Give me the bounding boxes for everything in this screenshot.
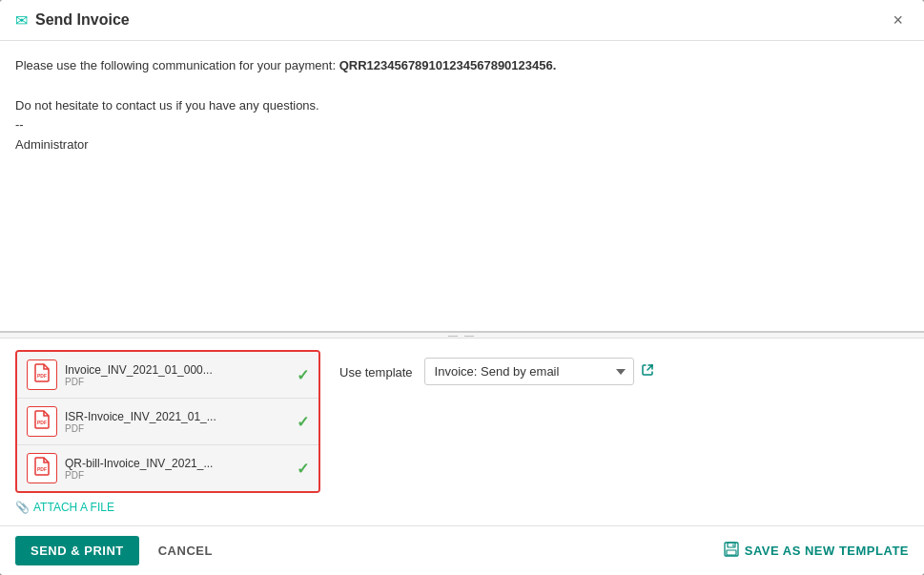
envelope-icon: ✉ (15, 11, 28, 30)
save-template-label: SAVE AS NEW TEMPLATE (745, 544, 909, 558)
modal-header: ✉ Send Invoice × (0, 0, 924, 41)
template-area: Use template Invoice: Send by email (339, 350, 909, 514)
paperclip-icon: 📎 (15, 501, 30, 514)
attachment-type: PDF (65, 423, 289, 434)
svg-rect-4 (728, 543, 735, 547)
pdf-icon: PDF (33, 363, 51, 386)
modal-title: Send Invoice (35, 11, 130, 29)
email-content-area[interactable]: Please use the following communication f… (0, 41, 924, 333)
attachment-item[interactable]: PDF QR-bill-Invoice_INV_2021_... PDF ✓ (17, 445, 318, 491)
email-line-2: Do not hesitate to contact us if you hav… (15, 96, 909, 116)
attachment-info: QR-bill-Invoice_INV_2021_... PDF (65, 457, 289, 481)
footer-left: SEND & PRINT CANCEL (15, 536, 224, 565)
attachment-name: Invoice_INV_2021_01_000... (65, 363, 289, 377)
modal-header-left: ✉ Send Invoice (15, 11, 130, 30)
bottom-section: PDF Invoice_INV_2021_01_000... PDF ✓ (0, 339, 924, 525)
attachment-check-icon: ✓ (297, 460, 309, 478)
modal-footer: SEND & PRINT CANCEL SAVE AS NEW TEMPLATE (0, 525, 924, 575)
attachment-info: Invoice_INV_2021_01_000... PDF (65, 363, 289, 387)
pdf-icon: PDF (33, 457, 51, 480)
modal-body: Please use the following communication f… (0, 41, 924, 525)
save-icon (724, 542, 739, 560)
cancel-button[interactable]: CANCEL (147, 536, 224, 565)
template-external-link[interactable] (640, 362, 655, 381)
attachments-area: PDF Invoice_INV_2021_01_000... PDF ✓ (15, 350, 320, 514)
svg-text:PDF: PDF (37, 373, 47, 379)
svg-text:PDF: PDF (37, 420, 47, 425)
close-button[interactable]: × (887, 10, 909, 31)
attachments-list: PDF Invoice_INV_2021_01_000... PDF ✓ (15, 350, 320, 493)
pdf-icon-wrapper: PDF (27, 406, 57, 437)
email-line-4: Administrator (15, 135, 909, 155)
svg-text:PDF: PDF (37, 466, 47, 472)
template-select-wrapper: Invoice: Send by email (424, 358, 655, 385)
attachment-info: ISR-Invoice_INV_2021_01_... PDF (65, 410, 289, 434)
attachment-type: PDF (65, 377, 289, 387)
attachment-type: PDF (65, 470, 289, 481)
send-invoice-modal: ✉ Send Invoice × Please use the followin… (0, 0, 924, 575)
pdf-icon: PDF (33, 410, 51, 433)
save-template-button[interactable]: SAVE AS NEW TEMPLATE (724, 542, 909, 560)
email-line-1: Please use the following communication f… (15, 56, 909, 76)
attachment-item[interactable]: PDF Invoice_INV_2021_01_000... PDF ✓ (17, 352, 318, 399)
template-label: Use template (339, 358, 413, 380)
qr-reference: QRR123456789101234567890123456. (339, 58, 557, 72)
attachment-check-icon: ✓ (297, 413, 309, 431)
svg-rect-5 (727, 550, 736, 555)
send-print-button[interactable]: SEND & PRINT (15, 536, 139, 565)
email-line-3: -- (15, 115, 909, 135)
template-select[interactable]: Invoice: Send by email (424, 358, 634, 385)
attach-file-label: ATTACH A FILE (33, 501, 114, 514)
attachment-item[interactable]: PDF ISR-Invoice_INV_2021_01_... PDF ✓ (17, 399, 318, 445)
attachment-name: ISR-Invoice_INV_2021_01_... (65, 410, 289, 423)
pdf-icon-wrapper: PDF (27, 359, 57, 390)
attachment-name: QR-bill-Invoice_INV_2021_... (65, 457, 289, 470)
modal-overlay: ✉ Send Invoice × Please use the followin… (0, 0, 924, 575)
attachment-check-icon: ✓ (297, 366, 309, 384)
attach-file-link[interactable]: 📎 ATTACH A FILE (15, 501, 320, 514)
pdf-icon-wrapper: PDF (27, 453, 57, 483)
